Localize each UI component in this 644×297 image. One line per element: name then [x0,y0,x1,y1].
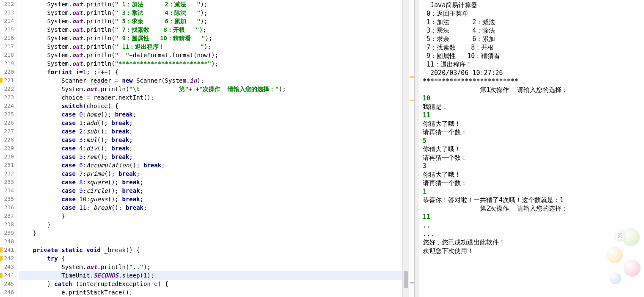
code-line[interactable]: case 3:mul(); break; [19,136,402,144]
console-output-line: 3：乘法 4：除法 [423,26,641,35]
code-line[interactable]: System.out.println(" 9：圆属性 10：猜猜看 "); [19,34,402,42]
console-output: Java简易计算器 0：返回主菜单 1：加法 2：减法 3：乘法 4：除法 5：… [423,1,641,255]
line-number[interactable]: 223 [0,93,14,102]
code-line[interactable]: case 10:guess(); break; [19,195,402,203]
code-line[interactable]: TimeUnit.SECONDS.sleep(1); [19,271,402,280]
line-number[interactable]: 238 [0,220,14,229]
console-output-line: .. [423,221,641,230]
code-line[interactable]: case 11:_break(); break; [19,203,402,212]
code-line[interactable]: System.out.println(" 3：乘法 4：除法 "); [19,8,402,17]
line-number-gutter[interactable]: 2122132142152162172182192202212222232242… [0,0,17,297]
line-number[interactable]: 213 [0,8,14,17]
code-line[interactable]: e.printStackTrace(); [19,288,402,297]
code-line[interactable]: choice = reader.nextInt(); [19,93,402,102]
line-number[interactable]: 220 [0,68,14,76]
editor-scrollbar[interactable] [402,0,408,297]
line-number[interactable]: 225 [0,110,14,119]
code-line[interactable]: System.out.println(" 11：退出程序！ "); [19,42,402,51]
console-output-line: 第1次操作 请输入您的选择： [423,86,641,94]
line-number[interactable]: 235 [0,195,14,203]
line-number[interactable]: 219 [0,59,14,68]
line-number[interactable]: 229 [0,144,14,153]
line-number[interactable]: 234 [0,186,14,195]
line-number[interactable]: 218 [0,51,14,59]
console-user-input: 10 [423,94,641,103]
line-number[interactable]: 246 [0,288,14,297]
code-line[interactable]: System.out.println(" 5：求余 6：累加 "); [19,17,402,25]
console-output-line: 你猜大了哦！ [423,170,641,179]
code-line[interactable]: try { [19,254,402,263]
bubble-icon [609,272,621,284]
editor-scrollbar-thumb[interactable] [404,271,408,288]
code-line[interactable]: System.out.println("********************… [19,59,402,68]
code-line[interactable]: case 6:Accumulation(); break; [19,161,402,169]
code-line[interactable]: for(int i=1; ;i++) { [19,68,402,76]
line-number[interactable]: 242 [0,254,14,263]
line-number[interactable]: 245 [0,280,14,288]
code-line[interactable]: System.out.println(".."); [19,263,402,271]
code-line[interactable] [19,237,402,246]
console-output-line: 2020/03/06 10:27:26 [423,69,641,77]
code-line[interactable]: System.out.println(" 1：加法 2：减法 "); [19,0,402,8]
console-output-line: 你猜大了哦！ [423,119,641,128]
code-line[interactable]: case 1:add(); break; [19,119,402,127]
bubble-icon [624,260,641,277]
line-number[interactable]: 236 [0,203,14,212]
console-output-line: 请再猜一个数： [423,179,641,187]
code-line[interactable]: } catch (InterruptedException e) { [19,280,402,288]
editor-mark[interactable] [410,100,414,101]
console-user-input: 3 [423,162,641,170]
line-number[interactable]: 239 [0,229,14,237]
console-output-line: 11：退出程序！ [423,60,641,69]
code-line[interactable]: private static void _break() { [19,246,402,254]
line-number[interactable]: 240 [0,237,14,246]
line-number[interactable]: 237 [0,212,14,220]
line-number[interactable]: 241 [0,246,14,254]
console-output-line: 请再猜一个数： [423,128,641,136]
console-user-input: 5 [423,136,641,145]
line-number[interactable]: 231 [0,161,14,169]
editor-mark[interactable] [410,76,414,78]
code-line[interactable]: case 8:square(); break; [19,178,402,186]
line-number[interactable]: 212 [0,0,14,8]
console-panel[interactable]: Java简易计算器 0：返回主菜单 1：加法 2：减法 3：乘法 4：除法 5：… [419,0,644,297]
code-line[interactable]: switch(choice) { [19,102,402,110]
code-line[interactable]: } [19,220,402,229]
code-line[interactable]: System.out.println(" 7：找素数 8：开根 "); [19,25,402,34]
line-number[interactable]: 221 [0,76,14,85]
line-number[interactable]: 222 [0,85,14,93]
line-number[interactable]: 217 [0,42,14,51]
code-line[interactable]: } [19,212,402,220]
line-number[interactable]: 230 [0,153,14,161]
console-output-line: 9：圆属性 10：猜猜看 [423,52,641,60]
console-user-input: 11 [423,213,641,221]
console-user-input: 1 [423,187,641,196]
code-area[interactable]: System.out.println(" 1：加法 2：减法 "); Syste… [17,0,402,297]
code-line[interactable]: System.out.println(" "+dateFormat.format… [19,51,402,59]
code-line[interactable]: Scanner reader = new Scanner(System.in); [19,76,402,85]
code-line[interactable]: case 9:circle(); break; [19,186,402,195]
line-number[interactable]: 227 [0,127,14,136]
line-number[interactable]: 228 [0,136,14,144]
console-user-input: 11 [423,111,641,119]
editor-mark[interactable] [410,282,414,283]
line-number[interactable]: 214 [0,17,14,25]
line-number[interactable]: 226 [0,119,14,127]
editor-mark-strip[interactable] [408,0,414,297]
code-line[interactable]: } [19,229,402,237]
line-number[interactable]: 224 [0,102,14,110]
code-line[interactable]: System.out.println("\t 第"+i+"次操作 请输入您的选择… [19,85,402,93]
code-line[interactable]: case 4:div(); break; [19,144,402,153]
code-line[interactable]: case 2:sub(); break; [19,127,402,136]
line-number[interactable]: 233 [0,178,14,186]
line-number[interactable]: 232 [0,169,14,178]
code-line[interactable]: case 7:prime(); break; [19,169,402,178]
line-number[interactable]: 216 [0,34,14,42]
console-output-line: 7：找素数 8：开根 [423,43,641,52]
panel-divider[interactable] [414,0,419,297]
code-line[interactable]: case 5:rem(); break; [19,153,402,161]
line-number[interactable]: 244 [0,271,14,280]
line-number[interactable]: 215 [0,25,14,34]
code-line[interactable]: case 0:home(); break; [19,110,402,119]
line-number[interactable]: 243 [0,263,14,271]
